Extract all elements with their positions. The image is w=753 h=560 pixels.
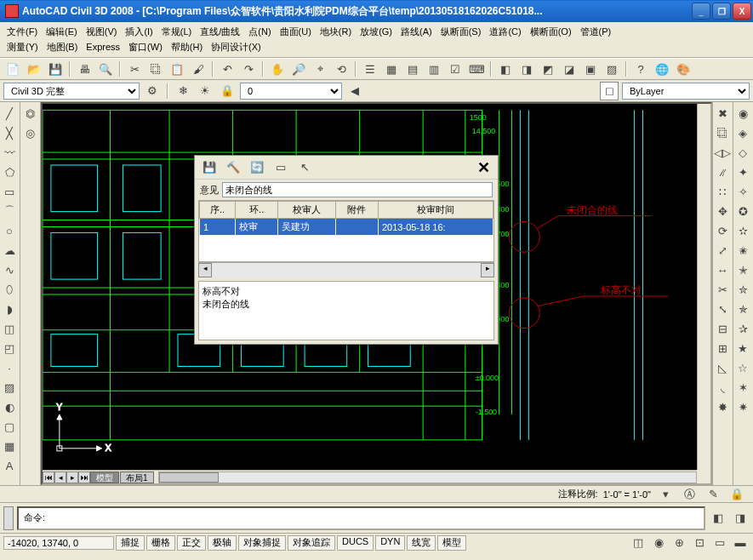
pline-icon[interactable]: 〰: [0, 143, 19, 162]
minimize-button[interactable]: _: [692, 3, 710, 20]
m2a-icon[interactable]: ◉: [733, 104, 752, 123]
fillet-icon[interactable]: ◟: [713, 378, 732, 397]
sb-d-icon[interactable]: ⊡: [690, 534, 709, 552]
toolpal-icon[interactable]: ▤: [403, 60, 422, 78]
break-icon[interactable]: ⊟: [713, 319, 732, 338]
rect-icon[interactable]: ▭: [0, 182, 19, 201]
region-icon[interactable]: ▢: [0, 417, 19, 436]
paste-icon[interactable]: 📋: [168, 60, 186, 78]
sb-b-icon[interactable]: ◉: [649, 534, 668, 552]
scale-icon[interactable]: ⤢: [713, 241, 732, 260]
anno-value[interactable]: 1'-0" = 1'-0": [603, 489, 651, 500]
menu-item[interactable]: 管道(P): [580, 24, 612, 39]
open-icon[interactable]: 📂: [25, 60, 43, 78]
extend-icon[interactable]: ⤡: [713, 300, 732, 318]
copy-icon[interactable]: ⿻: [146, 60, 165, 78]
menu-item[interactable]: 测量(Y): [7, 39, 38, 54]
palette-icon[interactable]: 🎨: [674, 60, 693, 78]
grid-header[interactable]: 校审人: [278, 202, 336, 219]
markup-icon[interactable]: ☑: [446, 60, 465, 78]
review-dialog[interactable]: 💾 🔨 🔄 ▭ ↖ ✕ 意见 序..环..校审人附件校审时间 1校审吴建功201…: [194, 155, 499, 345]
dlg-refresh-icon[interactable]: 🔄: [248, 158, 266, 177]
status-toggle[interactable]: 捕捉: [116, 535, 145, 551]
menu-item[interactable]: 窗口(W): [128, 39, 163, 54]
status-toggle[interactable]: DYN: [375, 535, 405, 551]
menu-item[interactable]: 道路(C): [489, 24, 521, 39]
tab-layout1[interactable]: 布局1: [120, 471, 154, 483]
stretch-icon[interactable]: ↔: [713, 260, 732, 279]
zoom-icon[interactable]: 🔎: [289, 60, 308, 78]
arc-icon[interactable]: ⌒: [0, 202, 19, 220]
anno-c-icon[interactable]: 🔒: [727, 485, 746, 504]
tool-f-icon[interactable]: ▨: [602, 60, 621, 78]
tool-d-icon[interactable]: ◪: [560, 60, 579, 78]
tool-a-icon[interactable]: ◧: [496, 60, 515, 78]
ellipse-icon[interactable]: ⬯: [0, 280, 19, 299]
m2m-icon[interactable]: ★: [733, 339, 752, 357]
calc-icon[interactable]: ⌨: [467, 60, 486, 78]
status-toggle[interactable]: 栅格: [146, 535, 175, 551]
line-icon[interactable]: ╱: [0, 104, 19, 123]
m2i-icon[interactable]: ✭: [733, 260, 752, 279]
world-icon[interactable]: 🌐: [653, 60, 671, 78]
menu-item[interactable]: 地图(B): [47, 39, 78, 54]
cmd-btn1-icon[interactable]: ◧: [709, 509, 727, 528]
m2f-icon[interactable]: ✪: [733, 202, 752, 220]
dialog-hscroll[interactable]: ◂▸: [198, 262, 494, 277]
tab-prev-icon[interactable]: ◂: [54, 471, 66, 483]
canvas-hscroll[interactable]: [158, 471, 697, 483]
menu-item[interactable]: 点(N): [248, 24, 271, 39]
status-toggle[interactable]: DUCS: [337, 535, 374, 551]
preview-icon[interactable]: 🔍: [96, 60, 115, 78]
tool-c-icon[interactable]: ◩: [539, 60, 557, 78]
save-icon[interactable]: 💾: [46, 60, 65, 78]
grid-header[interactable]: 环..: [236, 202, 278, 219]
match-icon[interactable]: 🖌: [189, 60, 208, 78]
polygon-icon[interactable]: ⬠: [0, 163, 19, 181]
dlg-save-icon[interactable]: 💾: [200, 158, 219, 177]
status-toggle[interactable]: 对象捕捉: [238, 535, 286, 551]
circle-icon[interactable]: ○: [0, 221, 19, 240]
menu-item[interactable]: 插入(I): [125, 24, 152, 39]
dlg-hammer-icon[interactable]: 🔨: [224, 158, 242, 177]
sb-a-icon[interactable]: ◫: [629, 534, 647, 552]
gradient-icon[interactable]: ◐: [0, 397, 19, 416]
hatch-icon[interactable]: ▨: [0, 378, 19, 397]
tool2a-icon[interactable]: ⏣: [20, 104, 39, 123]
array-icon[interactable]: ∷: [713, 182, 732, 201]
help-icon[interactable]: ?: [631, 60, 650, 78]
point-icon[interactable]: ·: [0, 358, 19, 377]
cmd-btn2-icon[interactable]: ◨: [731, 509, 750, 528]
trim-icon[interactable]: ✂: [713, 280, 732, 299]
menu-item[interactable]: 横断面(O): [530, 24, 572, 39]
anno-dropdown-icon[interactable]: ▾: [656, 485, 675, 504]
tab-next-icon[interactable]: ▸: [66, 471, 78, 483]
review-grid[interactable]: 序..环..校审人附件校审时间 1校审吴建功2013-05-18 16:: [198, 200, 494, 262]
m2h-icon[interactable]: ✬: [733, 241, 752, 260]
menu-item[interactable]: 路线(A): [401, 24, 432, 39]
menu-item[interactable]: Express: [86, 39, 120, 54]
tool2b-icon[interactable]: ◎: [20, 123, 39, 142]
opinion-input[interactable]: [222, 182, 493, 197]
designcenter-icon[interactable]: ▦: [382, 60, 401, 78]
workspace-select[interactable]: Civil 3D 完整: [3, 83, 140, 100]
offset-icon[interactable]: ⫽: [713, 163, 732, 181]
undo-icon[interactable]: ↶: [218, 60, 237, 78]
color-swatch[interactable]: ◻: [600, 82, 619, 100]
command-input[interactable]: [17, 506, 705, 530]
menu-item[interactable]: 帮助(H): [171, 39, 203, 54]
properties-icon[interactable]: ☰: [361, 60, 379, 78]
block-icon[interactable]: ◫: [0, 319, 19, 338]
status-toggle[interactable]: 模型: [437, 535, 466, 551]
move-icon[interactable]: ✥: [713, 202, 732, 220]
dlg-rect-icon[interactable]: ▭: [271, 158, 290, 177]
sb-e-icon[interactable]: ▭: [710, 534, 729, 552]
drawing-canvas[interactable]: 1500 14,500 1500 2800 6700 5800 2900 ±0.…: [41, 102, 712, 485]
status-toggle[interactable]: 对象追踪: [288, 535, 335, 551]
erase-icon[interactable]: ✖: [713, 104, 732, 123]
status-toggle[interactable]: 线宽: [407, 535, 436, 551]
m2c-icon[interactable]: ◇: [733, 143, 752, 162]
zoom-window-icon[interactable]: ⌖: [311, 60, 329, 78]
m2e-icon[interactable]: ✧: [733, 182, 752, 201]
m2p-icon[interactable]: ✷: [733, 397, 752, 416]
